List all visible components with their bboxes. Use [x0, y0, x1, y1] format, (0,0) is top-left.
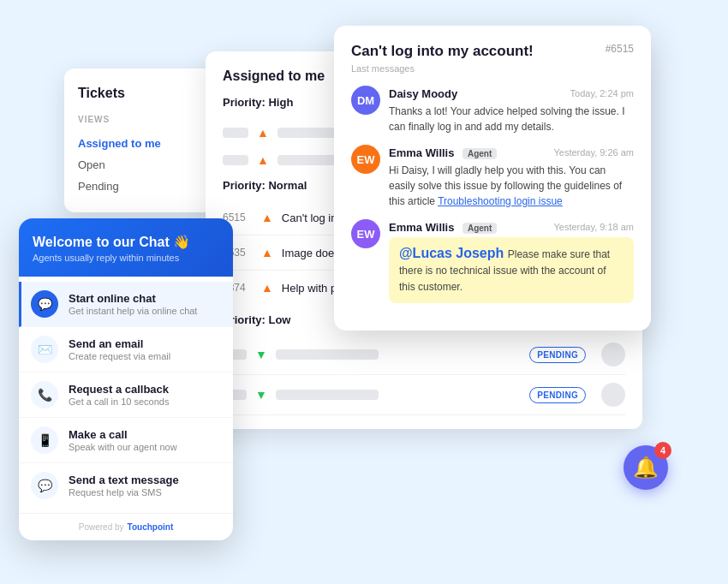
chat-footer-powered: Powered by	[79, 522, 124, 532]
ticket-arrow: ▲	[261, 246, 273, 259]
td-msg-header-2: Emma Willis Agent Yesterday, 9:26 am	[389, 145, 634, 160]
status-badge-low: PENDING	[529, 347, 586, 363]
scene: Tickets ⋮ VIEWS Assigned to me 24 Open 7…	[0, 0, 728, 584]
td-msg-text-2: Hi Daisy, I will gladly help you with th…	[389, 163, 634, 209]
ph-box	[223, 155, 248, 165]
chat-option-icon-2: 📞	[31, 381, 58, 408]
views-label: VIEWS	[78, 115, 222, 124]
ph-avatar	[601, 383, 625, 407]
tickets-title: Tickets	[78, 86, 125, 101]
view-item-pending[interactable]: Pending 4	[78, 176, 222, 197]
ph-box	[223, 128, 248, 138]
chat-option-title-2: Request a callback	[69, 383, 221, 396]
tickets-header: Tickets ⋮	[78, 84, 222, 103]
avatar-daisy: DM	[351, 86, 380, 115]
chat-option-2[interactable]: 📞 Request a callback Get a call in 10 se…	[19, 372, 233, 418]
view-label-pending: Pending	[78, 180, 119, 193]
chat-option-text-2: Request a callback Get a call in 10 seco…	[69, 383, 221, 407]
td-msg-header-3: Emma Willis Agent Yesterday, 9:18 am	[389, 219, 634, 235]
chat-option-text-1: Send an email Create request via email	[69, 337, 221, 361]
td-subtitle: Last messages	[351, 63, 634, 74]
view-item-assigned[interactable]: Assigned to me 24	[78, 133, 222, 154]
notification-bell[interactable]: 🔔 4	[624, 445, 668, 490]
chat-header-title: Welcome to our Chat 👋	[33, 234, 219, 250]
chat-option-title-0: Start online chat	[69, 292, 221, 305]
troubleshooting-link[interactable]: Troubleshooting login issue	[438, 195, 563, 207]
low-ticket-row-0: ▼ PENDING	[223, 335, 625, 375]
chat-option-text-3: Make a call Speak with our agent now	[69, 428, 221, 452]
td-msg-time-3: Yesterday, 9:18 am	[553, 222, 634, 232]
chat-option-subtitle-4: Request help via SMS	[69, 487, 221, 498]
td-msg-name-1: Daisy Moody	[389, 86, 457, 101]
chat-option-text-4: Send a text message Request help via SMS	[69, 474, 221, 498]
chat-options-list: 💬 Start online chat Get instant help via…	[19, 277, 233, 513]
chat-option-subtitle-1: Create request via email	[69, 351, 221, 361]
ph-avatar	[601, 343, 625, 366]
td-msg-content-3: Emma Willis Agent Yesterday, 9:18 am @Lu…	[389, 219, 634, 303]
chat-option-0[interactable]: 💬 Start online chat Get instant help via…	[19, 282, 233, 327]
ticket-detail-popup: Can't log into my account! #6515 Last me…	[334, 26, 651, 331]
chat-option-icon-4: 💬	[31, 472, 58, 499]
low-arrow: ▼	[255, 388, 267, 402]
chat-footer-brand: Touchpoint	[128, 522, 174, 532]
chat-option-subtitle-2: Get a call in 10 seconds	[69, 396, 221, 407]
low-arrow: ▼	[255, 348, 267, 361]
td-msg-text-1: Thanks a lot! Your advice helped solving…	[389, 104, 634, 134]
td-msg-content-2: Emma Willis Agent Yesterday, 9:26 am Hi …	[389, 145, 634, 209]
view-item-open[interactable]: Open 78	[78, 154, 222, 176]
chat-header: Welcome to our Chat 👋 Agents usually rep…	[19, 218, 233, 277]
td-id: #6515	[606, 43, 634, 55]
td-message-2: EW Emma Willis Agent Yesterday, 9:26 am …	[351, 145, 634, 209]
td-msg-highlighted: @Lucas Joseph Please make sure that ther…	[389, 237, 634, 303]
low-ticket-row-1: ▼ PENDING	[223, 375, 625, 415]
chat-option-1[interactable]: ✉️ Send an email Create request via emai…	[19, 327, 233, 372]
avatar-emma-1: EW	[351, 145, 380, 174]
bell-icon: 🔔	[633, 456, 659, 480]
status-badge-low: PENDING	[529, 387, 586, 403]
chat-option-subtitle-3: Speak with our agent now	[69, 442, 221, 452]
chat-option-4[interactable]: 💬 Send a text message Request help via S…	[19, 463, 233, 508]
view-label-assigned: Assigned to me	[78, 137, 161, 150]
view-label-open: Open	[78, 158, 105, 171]
bell-badge: 4	[654, 442, 671, 459]
chat-option-icon-0: 💬	[31, 290, 58, 318]
ph-bar	[276, 390, 379, 400]
bell-circle[interactable]: 🔔 4	[624, 445, 668, 490]
td-msg-content-1: Daisy Moody Today, 2:24 pm Thanks a lot!…	[389, 86, 634, 134]
chat-option-title-1: Send an email	[69, 337, 221, 350]
chat-footer: Powered by Touchpoint	[19, 513, 233, 540]
chat-widget: Welcome to our Chat 👋 Agents usually rep…	[19, 218, 233, 540]
td-message-3: EW Emma Willis Agent Yesterday, 9:18 am …	[351, 219, 634, 303]
ticket-arrow: ▲	[261, 281, 273, 295]
td-header: Can't log into my account! #6515	[351, 43, 634, 60]
avatar-emma-2: EW	[351, 219, 380, 248]
chat-option-3[interactable]: 📱 Make a call Speak with our agent now	[19, 418, 233, 463]
chat-option-icon-3: 📱	[31, 426, 58, 454]
td-message-1: DM Daisy Moody Today, 2:24 pm Thanks a l…	[351, 86, 634, 134]
ph-bar	[276, 349, 379, 360]
td-msg-name-row-3: Emma Willis Agent	[389, 219, 497, 235]
td-msg-name-row-2: Emma Willis Agent	[389, 145, 497, 160]
td-msg-time-2: Yesterday, 9:26 am	[553, 147, 634, 158]
td-msg-header-1: Daisy Moody Today, 2:24 pm	[389, 86, 634, 101]
ticket-arrow: ▲	[261, 211, 273, 224]
chat-option-title-3: Make a call	[69, 428, 221, 441]
chat-option-icon-1: ✉️	[31, 336, 58, 363]
high-arrow-1: ▲	[257, 126, 269, 140]
td-title: Can't log into my account!	[351, 43, 597, 60]
chat-option-text-0: Start online chat Get instant help via o…	[69, 292, 221, 316]
chat-option-title-4: Send a text message	[69, 474, 221, 486]
chat-option-subtitle-0: Get instant help via online chat	[69, 306, 221, 316]
chat-header-subtitle: Agents usually reply within minutes	[33, 253, 219, 263]
low-tickets-list: ▼ PENDING ▼ PENDING	[223, 335, 625, 415]
td-msg-time-1: Today, 2:24 pm	[570, 88, 634, 98]
high-arrow-2: ▲	[257, 153, 269, 167]
